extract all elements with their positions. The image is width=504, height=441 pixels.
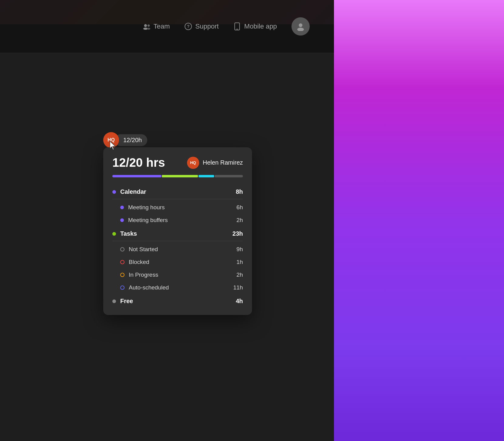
auto-scheduled-row: Auto-scheduled 11h [112,281,243,294]
in-progress-label: In Progress [129,272,237,278]
meeting-hours-value: 6h [237,204,243,211]
in-progress-dot [120,273,124,277]
chip-label: 12/20h [115,134,147,146]
user-avatar-nav[interactable] [291,17,310,36]
calendar-label: Calendar [120,188,236,195]
popup-user-avatar: HQ [187,157,199,169]
svg-point-3 [147,28,150,30]
blocked-dot [120,260,124,264]
svg-rect-7 [236,29,238,29]
content-area: HQ 12/20h 12/20 hrs HQ Helen Ramirez [0,53,334,441]
not-started-label: Not Started [129,246,237,253]
calendar-dot [112,190,116,194]
topbar: Team ? Support Mobile a [0,0,334,53]
blocked-value: 1h [237,259,243,265]
mobile-app-label: Mobile app [244,22,277,30]
tasks-dot [112,232,116,236]
popup-card: 12/20 hrs HQ Helen Ramirez Calendar [103,147,252,315]
svg-point-8 [299,23,302,27]
divider-2 [112,241,243,241]
progress-segment-tasks [162,175,198,177]
nav-mobile-app[interactable]: Mobile app [233,22,277,30]
in-progress-row: In Progress 2h [112,268,243,281]
blocked-label: Blocked [129,259,237,265]
svg-point-0 [144,24,147,27]
nav-support[interactable]: ? Support [184,22,219,30]
mobile-icon [233,22,241,30]
auto-scheduled-label: Auto-scheduled [129,284,233,291]
meeting-hours-dot [120,206,124,209]
tasks-value: 23h [233,230,243,237]
team-label: Team [154,22,170,30]
chip-avatar: HQ [103,132,119,148]
free-dot [112,299,116,303]
progress-segment-cyan [199,175,214,177]
meeting-buffers-label: Meeting buffers [128,217,237,224]
team-icon [143,22,151,30]
category-tasks: Tasks 23h [112,227,243,239]
free-label: Free [120,298,236,305]
not-started-dot [120,247,124,251]
tasks-label: Tasks [120,230,233,237]
progress-bar [112,175,243,177]
svg-point-2 [147,25,149,27]
progress-segment-calendar [112,175,161,177]
meeting-buffers-value: 2h [237,217,243,224]
in-progress-value: 2h [237,272,243,278]
right-gradient [334,0,504,441]
popup-header: 12/20 hrs HQ Helen Ramirez [112,156,243,169]
not-started-value: 9h [237,246,243,253]
nav-team[interactable]: Team [143,22,170,30]
meeting-hours-label: Meeting hours [128,204,237,211]
support-icon: ? [184,22,192,30]
progress-segment-free [215,175,243,177]
nav-items: Team ? Support Mobile a [143,17,310,36]
meeting-buffers-dot [120,218,124,222]
support-label: Support [195,22,219,30]
main-area: Team ? Support Mobile a [0,0,334,441]
hours-chip[interactable]: HQ 12/20h [103,132,147,148]
auto-scheduled-dot [120,285,124,290]
popup-hours: 12/20 hrs [112,156,165,169]
meeting-buffers-row: Meeting buffers 2h [112,214,243,227]
auto-scheduled-value: 11h [233,284,243,291]
free-value: 4h [236,298,243,305]
popup-user: HQ Helen Ramirez [187,157,243,169]
calendar-value: 8h [236,188,243,195]
not-started-row: Not Started 9h [112,243,243,256]
divider-1 [112,199,243,199]
category-free: Free 4h [112,294,243,306]
popup-user-name: Helen Ramirez [203,159,243,166]
meeting-hours-row: Meeting hours 6h [112,201,243,214]
svg-text:?: ? [187,24,190,29]
blocked-row: Blocked 1h [112,256,243,268]
category-calendar: Calendar 8h [112,185,243,197]
svg-point-9 [297,28,304,31]
